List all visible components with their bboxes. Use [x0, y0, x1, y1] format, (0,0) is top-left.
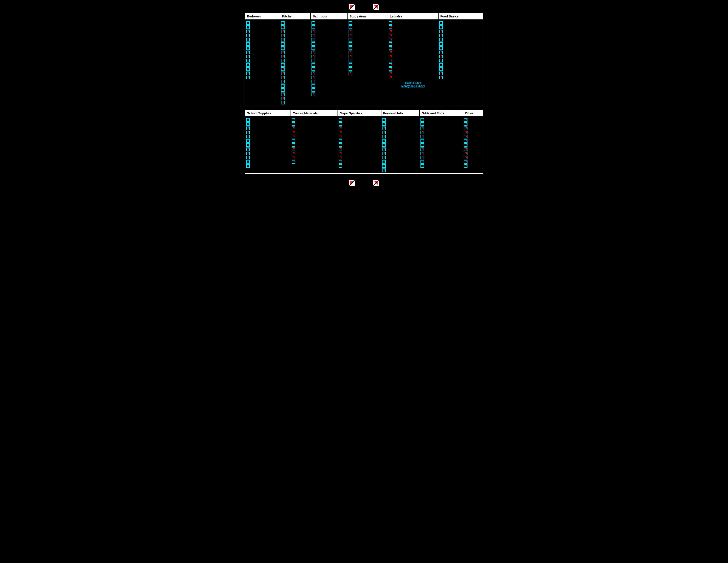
checkbox[interactable] — [281, 30, 285, 33]
checkbox[interactable] — [389, 51, 392, 54]
list-item[interactable] — [311, 63, 347, 67]
checkbox[interactable] — [349, 21, 352, 25]
list-item[interactable] — [439, 55, 482, 58]
checkbox[interactable] — [246, 164, 250, 168]
list-item[interactable] — [311, 67, 347, 71]
checkbox[interactable] — [246, 118, 250, 122]
list-item[interactable] — [292, 147, 337, 151]
list-item[interactable] — [420, 160, 462, 164]
checkbox[interactable] — [246, 46, 250, 50]
list-item[interactable] — [246, 55, 279, 58]
checkbox[interactable] — [311, 71, 315, 75]
list-item[interactable] — [464, 147, 482, 151]
checkbox[interactable] — [464, 139, 467, 143]
list-item[interactable] — [246, 30, 279, 33]
checkbox[interactable] — [464, 118, 467, 122]
list-item[interactable] — [311, 51, 347, 54]
checkbox[interactable] — [339, 122, 342, 126]
list-item[interactable] — [339, 118, 380, 122]
checkbox[interactable] — [292, 143, 295, 147]
checkbox[interactable] — [246, 42, 250, 46]
list-item[interactable] — [439, 59, 482, 62]
list-item[interactable] — [389, 59, 437, 62]
checkbox[interactable] — [389, 71, 392, 75]
checkbox[interactable] — [281, 88, 285, 92]
checkbox[interactable] — [389, 67, 392, 71]
checkbox[interactable] — [464, 135, 467, 138]
checkbox[interactable] — [349, 38, 352, 41]
list-item[interactable] — [311, 38, 347, 41]
list-item[interactable] — [439, 42, 482, 46]
checkbox[interactable] — [292, 147, 295, 151]
checkbox[interactable] — [311, 51, 315, 54]
checkbox[interactable] — [382, 139, 386, 143]
checkbox[interactable] — [246, 143, 250, 147]
checkbox[interactable] — [420, 152, 424, 155]
checkbox[interactable] — [292, 131, 295, 134]
list-item[interactable] — [246, 46, 279, 50]
list-item[interactable] — [464, 126, 482, 130]
checkbox[interactable] — [439, 67, 443, 71]
list-item[interactable] — [389, 42, 437, 46]
checkbox[interactable] — [292, 126, 295, 130]
list-item[interactable] — [311, 42, 347, 46]
list-item[interactable] — [389, 76, 437, 79]
checkbox[interactable] — [382, 156, 386, 159]
checkbox[interactable] — [292, 152, 295, 155]
checkbox[interactable] — [246, 126, 250, 130]
list-item[interactable] — [292, 139, 337, 143]
checkbox[interactable] — [311, 80, 315, 83]
checkbox[interactable] — [281, 55, 285, 58]
list-item[interactable] — [439, 51, 482, 54]
checkbox[interactable] — [311, 34, 315, 37]
list-item[interactable] — [382, 164, 419, 168]
list-item[interactable] — [246, 122, 290, 126]
list-item[interactable] — [339, 126, 380, 130]
checkbox[interactable] — [389, 42, 392, 46]
list-item[interactable] — [349, 38, 387, 41]
list-item[interactable] — [420, 139, 462, 143]
list-item[interactable] — [246, 156, 290, 159]
list-item[interactable] — [389, 55, 437, 58]
list-item[interactable] — [389, 30, 437, 33]
checkbox[interactable] — [339, 139, 342, 143]
checkbox[interactable] — [339, 164, 342, 168]
list-item[interactable] — [339, 147, 380, 151]
checkbox[interactable] — [382, 135, 386, 138]
list-item[interactable] — [464, 160, 482, 164]
checkbox[interactable] — [349, 71, 352, 75]
list-item[interactable] — [311, 59, 347, 62]
list-item[interactable] — [311, 46, 347, 50]
checkbox[interactable] — [382, 131, 386, 134]
checkbox[interactable] — [246, 76, 250, 79]
list-item[interactable] — [439, 30, 482, 33]
list-item[interactable] — [246, 160, 290, 164]
list-item[interactable] — [311, 25, 347, 29]
list-item[interactable] — [246, 76, 279, 79]
checkbox[interactable] — [246, 38, 250, 41]
list-item[interactable] — [382, 143, 419, 147]
list-item[interactable] — [382, 168, 419, 172]
list-item[interactable] — [292, 143, 337, 147]
list-item[interactable] — [281, 88, 310, 92]
checkbox[interactable] — [420, 164, 424, 168]
checkbox[interactable] — [349, 51, 352, 54]
list-item[interactable] — [311, 55, 347, 58]
list-item[interactable] — [439, 21, 482, 25]
checkbox[interactable] — [389, 55, 392, 58]
checkbox[interactable] — [382, 147, 386, 151]
list-item[interactable] — [339, 156, 380, 159]
list-item[interactable] — [339, 164, 380, 168]
list-item[interactable] — [389, 46, 437, 50]
checkbox[interactable] — [311, 67, 315, 71]
checkbox[interactable] — [246, 21, 250, 25]
list-item[interactable] — [439, 76, 482, 79]
checkbox[interactable] — [464, 147, 467, 151]
list-item[interactable] — [292, 126, 337, 130]
checkbox[interactable] — [464, 126, 467, 130]
checkbox[interactable] — [292, 122, 295, 126]
list-item[interactable] — [389, 34, 437, 37]
checkbox[interactable] — [246, 156, 250, 159]
checkbox[interactable] — [311, 46, 315, 50]
list-item[interactable] — [246, 164, 290, 168]
